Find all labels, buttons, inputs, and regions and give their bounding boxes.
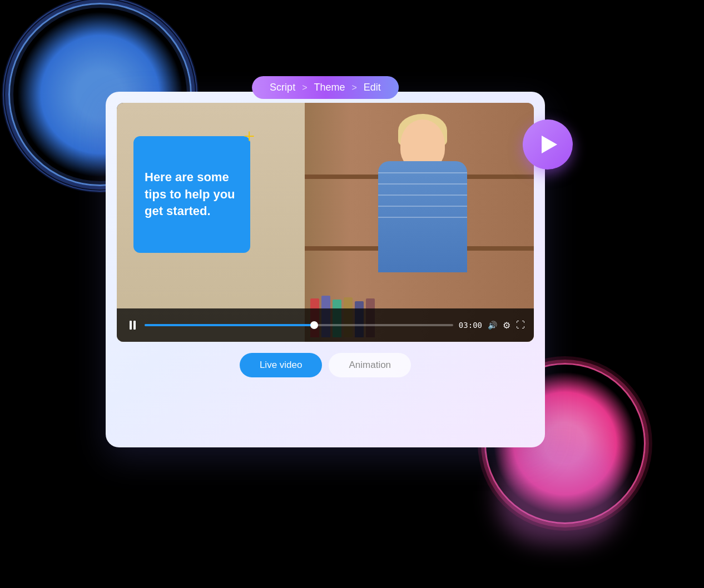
stripe-1 <box>378 172 467 173</box>
video-controls-bar: 03:00 <box>117 308 534 342</box>
separator-2: > <box>352 83 357 93</box>
separator-1: > <box>302 83 307 93</box>
stripe-5 <box>378 217 467 218</box>
stripe-2 <box>378 183 467 185</box>
video-player: Here are some tips to help you get start… <box>117 103 534 342</box>
time-display: 03:00 <box>459 321 482 330</box>
settings-button[interactable] <box>503 320 510 331</box>
play-button[interactable] <box>523 119 573 170</box>
blob-pink-shadow <box>498 444 621 544</box>
animation-tab[interactable]: Animation <box>329 353 411 377</box>
fullscreen-button[interactable] <box>516 320 525 330</box>
plus-icon: + <box>244 126 255 146</box>
overlay-text: Here are some tips to help you get start… <box>145 169 239 220</box>
breadcrumb: Script > Theme > Edit <box>252 76 399 99</box>
main-card: Script > Theme > Edit <box>106 92 545 447</box>
stripe-4 <box>378 206 467 207</box>
breadcrumb-theme[interactable]: Theme <box>314 82 345 93</box>
pause-bar-2 <box>133 321 136 330</box>
video-background: Here are some tips to help you get start… <box>117 103 534 342</box>
person-figure <box>345 119 500 308</box>
live-video-tab[interactable]: Live video <box>240 353 323 377</box>
pause-bar-1 <box>130 321 132 330</box>
progress-fill <box>145 324 314 326</box>
breadcrumb-script[interactable]: Script <box>270 82 295 93</box>
progress-thumb <box>310 321 318 329</box>
pause-button[interactable] <box>126 318 139 332</box>
stripe-3 <box>378 195 467 196</box>
video-text-overlay: Here are some tips to help you get start… <box>133 136 250 253</box>
pause-icon <box>130 321 136 330</box>
breadcrumb-edit[interactable]: Edit <box>364 82 381 93</box>
scene: Script > Theme > Edit <box>0 0 704 588</box>
video-type-tabs: Live video Animation <box>117 353 534 377</box>
person-body <box>378 161 467 272</box>
progress-bar[interactable] <box>145 324 453 326</box>
volume-button[interactable] <box>488 320 497 330</box>
